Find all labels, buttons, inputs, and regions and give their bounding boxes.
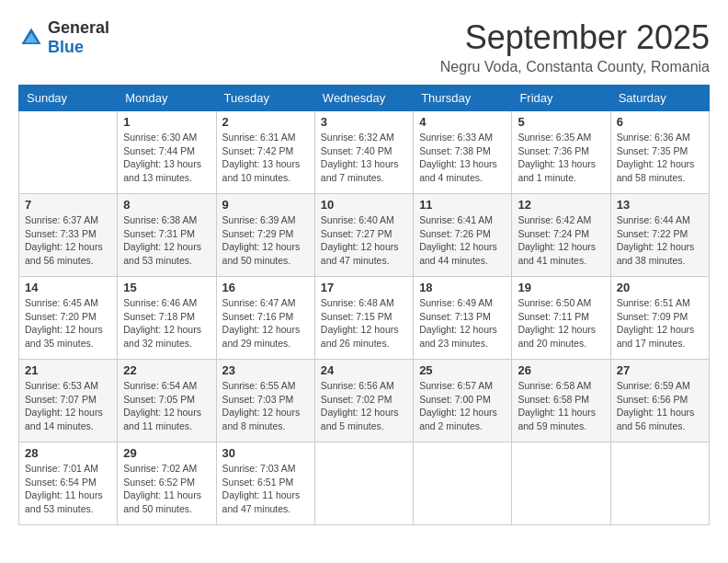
calendar-cell: 20Sunrise: 6:51 AMSunset: 7:09 PMDayligh… [610, 277, 709, 360]
day-info: Sunrise: 7:03 AMSunset: 6:51 PMDaylight:… [222, 462, 309, 516]
day-number: 28 [25, 446, 111, 460]
weekday-header-saturday: Saturday [610, 86, 709, 111]
day-info: Sunrise: 6:56 AMSunset: 7:02 PMDaylight:… [321, 379, 407, 433]
calendar-cell: 21Sunrise: 6:53 AMSunset: 7:07 PMDayligh… [19, 360, 118, 442]
day-number: 23 [222, 363, 309, 377]
day-number: 2 [222, 115, 309, 129]
calendar-cell [512, 442, 610, 525]
day-info: Sunrise: 6:41 AMSunset: 7:26 PMDaylight:… [419, 213, 506, 268]
weekday-header-row: SundayMondayTuesdayWednesdayThursdayFrid… [19, 86, 710, 111]
day-number: 22 [123, 363, 210, 377]
day-number: 27 [617, 363, 703, 377]
calendar-cell: 29Sunrise: 7:02 AMSunset: 6:52 PMDayligh… [118, 442, 216, 525]
weekday-header-sunday: Sunday [19, 86, 118, 111]
calendar-cell: 15Sunrise: 6:46 AMSunset: 7:18 PMDayligh… [118, 277, 216, 360]
logo-general: General [48, 18, 109, 37]
day-number: 6 [617, 115, 703, 129]
day-number: 24 [321, 363, 407, 377]
logo-icon [18, 25, 44, 51]
calendar-week-2: 7Sunrise: 6:37 AMSunset: 7:33 PMDaylight… [19, 194, 710, 277]
month-title: September 2025 [440, 18, 710, 57]
weekday-header-thursday: Thursday [414, 86, 512, 111]
day-number: 12 [518, 198, 604, 212]
calendar-cell: 30Sunrise: 7:03 AMSunset: 6:51 PMDayligh… [216, 442, 314, 525]
calendar-cell: 3Sunrise: 6:32 AMSunset: 7:40 PMDaylight… [314, 111, 413, 194]
calendar-cell [19, 111, 118, 194]
day-number: 26 [518, 363, 604, 377]
day-number: 20 [617, 281, 703, 294]
day-info: Sunrise: 6:32 AMSunset: 7:40 PMDaylight:… [321, 131, 407, 185]
day-number: 11 [419, 198, 506, 212]
calendar-cell: 12Sunrise: 6:42 AMSunset: 7:24 PMDayligh… [512, 194, 610, 277]
calendar-cell: 25Sunrise: 6:57 AMSunset: 7:00 PMDayligh… [414, 360, 512, 442]
day-info: Sunrise: 6:55 AMSunset: 7:03 PMDaylight:… [222, 379, 309, 433]
day-info: Sunrise: 7:02 AMSunset: 6:52 PMDaylight:… [123, 462, 210, 516]
weekday-header-tuesday: Tuesday [216, 86, 314, 111]
calendar-cell: 28Sunrise: 7:01 AMSunset: 6:54 PMDayligh… [19, 442, 118, 525]
day-number: 25 [419, 363, 506, 377]
calendar-cell: 11Sunrise: 6:41 AMSunset: 7:26 PMDayligh… [414, 194, 512, 277]
day-number: 13 [617, 198, 703, 212]
day-number: 14 [25, 281, 111, 294]
day-info: Sunrise: 6:37 AMSunset: 7:33 PMDaylight:… [25, 213, 111, 268]
day-number: 9 [222, 198, 309, 212]
day-info: Sunrise: 6:49 AMSunset: 7:13 PMDaylight:… [419, 296, 506, 350]
day-number: 10 [321, 198, 407, 212]
calendar-cell: 13Sunrise: 6:44 AMSunset: 7:22 PMDayligh… [610, 194, 709, 277]
day-info: Sunrise: 6:53 AMSunset: 7:07 PMDaylight:… [25, 379, 111, 433]
calendar-cell: 27Sunrise: 6:59 AMSunset: 6:56 PMDayligh… [610, 360, 709, 442]
day-number: 17 [321, 281, 407, 294]
calendar-cell: 16Sunrise: 6:47 AMSunset: 7:16 PMDayligh… [216, 277, 314, 360]
calendar-cell [414, 442, 512, 525]
day-number: 16 [222, 281, 309, 294]
day-info: Sunrise: 6:45 AMSunset: 7:20 PMDaylight:… [25, 296, 111, 350]
page-header: General Blue September 2025 Negru Voda, … [18, 18, 710, 75]
day-info: Sunrise: 6:42 AMSunset: 7:24 PMDaylight:… [518, 213, 604, 268]
calendar-table: SundayMondayTuesdayWednesdayThursdayFrid… [18, 85, 710, 525]
calendar-week-4: 21Sunrise: 6:53 AMSunset: 7:07 PMDayligh… [19, 360, 710, 442]
logo: General Blue [18, 18, 109, 57]
logo-text: General Blue [48, 18, 109, 57]
calendar-week-1: 1Sunrise: 6:30 AMSunset: 7:44 PMDaylight… [19, 111, 710, 194]
weekday-header-monday: Monday [118, 86, 216, 111]
day-info: Sunrise: 6:35 AMSunset: 7:36 PMDaylight:… [518, 131, 604, 185]
day-number: 21 [25, 363, 111, 377]
calendar-cell: 14Sunrise: 6:45 AMSunset: 7:20 PMDayligh… [19, 277, 118, 360]
calendar-cell: 22Sunrise: 6:54 AMSunset: 7:05 PMDayligh… [118, 360, 216, 442]
day-number: 29 [123, 446, 210, 460]
day-info: Sunrise: 6:30 AMSunset: 7:44 PMDaylight:… [123, 131, 210, 185]
day-number: 18 [419, 281, 506, 294]
day-info: Sunrise: 6:39 AMSunset: 7:29 PMDaylight:… [222, 213, 309, 268]
day-number: 3 [321, 115, 407, 129]
day-number: 19 [518, 281, 604, 294]
calendar-cell [314, 442, 413, 525]
day-info: Sunrise: 6:40 AMSunset: 7:27 PMDaylight:… [321, 213, 407, 268]
calendar-cell: 7Sunrise: 6:37 AMSunset: 7:33 PMDaylight… [19, 194, 118, 277]
calendar-cell: 10Sunrise: 6:40 AMSunset: 7:27 PMDayligh… [314, 194, 413, 277]
title-block: September 2025 Negru Voda, Constanta Cou… [440, 18, 710, 75]
weekday-header-wednesday: Wednesday [314, 86, 413, 111]
calendar-cell: 18Sunrise: 6:49 AMSunset: 7:13 PMDayligh… [414, 277, 512, 360]
day-info: Sunrise: 6:38 AMSunset: 7:31 PMDaylight:… [123, 213, 210, 268]
day-info: Sunrise: 6:44 AMSunset: 7:22 PMDaylight:… [617, 213, 703, 268]
day-info: Sunrise: 6:36 AMSunset: 7:35 PMDaylight:… [617, 131, 703, 185]
calendar-cell: 1Sunrise: 6:30 AMSunset: 7:44 PMDaylight… [118, 111, 216, 194]
calendar-cell: 6Sunrise: 6:36 AMSunset: 7:35 PMDaylight… [610, 111, 709, 194]
calendar-cell [610, 442, 709, 525]
day-info: Sunrise: 6:54 AMSunset: 7:05 PMDaylight:… [123, 379, 210, 433]
calendar-cell: 2Sunrise: 6:31 AMSunset: 7:42 PMDaylight… [216, 111, 314, 194]
day-number: 30 [222, 446, 309, 460]
calendar-cell: 5Sunrise: 6:35 AMSunset: 7:36 PMDaylight… [512, 111, 610, 194]
day-info: Sunrise: 6:31 AMSunset: 7:42 PMDaylight:… [222, 131, 309, 185]
day-info: Sunrise: 6:47 AMSunset: 7:16 PMDaylight:… [222, 296, 309, 350]
day-info: Sunrise: 6:59 AMSunset: 6:56 PMDaylight:… [617, 379, 703, 433]
calendar-week-5: 28Sunrise: 7:01 AMSunset: 6:54 PMDayligh… [19, 442, 710, 525]
day-info: Sunrise: 6:58 AMSunset: 6:58 PMDaylight:… [518, 379, 604, 433]
day-number: 5 [518, 115, 604, 129]
calendar-cell: 4Sunrise: 6:33 AMSunset: 7:38 PMDaylight… [414, 111, 512, 194]
day-number: 7 [25, 198, 111, 212]
calendar-cell: 17Sunrise: 6:48 AMSunset: 7:15 PMDayligh… [314, 277, 413, 360]
day-info: Sunrise: 6:33 AMSunset: 7:38 PMDaylight:… [419, 131, 506, 185]
day-info: Sunrise: 6:50 AMSunset: 7:11 PMDaylight:… [518, 296, 604, 350]
calendar-cell: 19Sunrise: 6:50 AMSunset: 7:11 PMDayligh… [512, 277, 610, 360]
